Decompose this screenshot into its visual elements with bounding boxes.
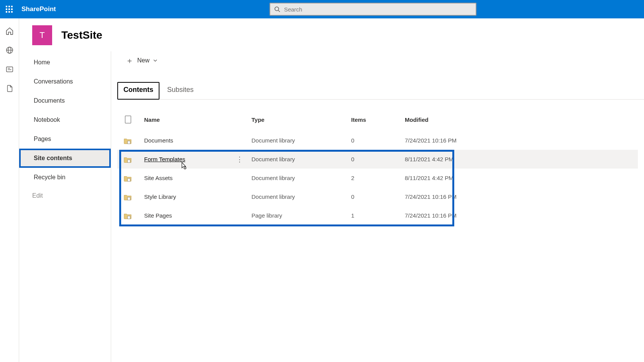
- col-type[interactable]: Type: [251, 116, 351, 123]
- chevron-down-icon: [153, 59, 157, 62]
- site-logo[interactable]: T: [32, 25, 52, 45]
- suite-header: SharePoint: [0, 0, 644, 18]
- tab-row: Contents Subsites: [117, 82, 644, 100]
- app-rail: [0, 18, 19, 362]
- row-modified: 7/24/2021 10:16 PM: [405, 137, 512, 144]
- nav-conversations[interactable]: Conversations: [19, 72, 111, 91]
- contents-table: Name Type Items Modified Documents Docum…: [117, 110, 638, 225]
- side-nav: Home Conversations Documents Notebook Pa…: [19, 51, 111, 362]
- new-button[interactable]: ＋ New: [123, 55, 159, 66]
- page-icon: [125, 116, 131, 123]
- col-modified[interactable]: Modified: [405, 116, 512, 123]
- nav-recycle-bin[interactable]: Recycle bin: [19, 168, 111, 187]
- globe-icon[interactable]: [5, 46, 14, 54]
- col-name[interactable]: Name: [144, 116, 251, 123]
- nav-home[interactable]: Home: [19, 53, 111, 72]
- library-icon: [123, 137, 132, 144]
- brand-label[interactable]: SharePoint: [21, 5, 56, 13]
- site-title: TestSite: [61, 29, 102, 41]
- svg-point-0: [275, 7, 279, 11]
- search-icon: [274, 6, 280, 12]
- search-input[interactable]: [284, 6, 472, 13]
- svg-rect-8: [128, 141, 130, 144]
- new-label: New: [137, 57, 150, 64]
- table-row[interactable]: Documents Document library 0 7/24/2021 1…: [117, 131, 638, 150]
- row-name[interactable]: Documents: [144, 137, 173, 144]
- site-header: T TestSite: [19, 18, 644, 51]
- waffle-icon: [6, 6, 13, 13]
- search-box[interactable]: [269, 3, 476, 16]
- row-items: 0: [351, 137, 405, 144]
- nav-edit[interactable]: Edit: [19, 187, 111, 205]
- highlight-annotation: [119, 150, 454, 226]
- tab-subsites[interactable]: Subsites: [161, 82, 200, 99]
- nav-notebook[interactable]: Notebook: [19, 110, 111, 129]
- nav-pages[interactable]: Pages: [19, 129, 111, 149]
- files-icon[interactable]: [5, 84, 14, 93]
- command-bar: ＋ New: [111, 51, 644, 70]
- tab-contents[interactable]: Contents: [117, 82, 159, 100]
- news-icon[interactable]: [5, 65, 14, 74]
- home-icon[interactable]: [5, 27, 14, 35]
- app-launcher[interactable]: [0, 0, 18, 18]
- col-items[interactable]: Items: [351, 116, 405, 123]
- svg-rect-5: [6, 67, 13, 72]
- row-type: Document library: [251, 137, 351, 144]
- plus-icon: ＋: [126, 57, 133, 64]
- nav-documents[interactable]: Documents: [19, 91, 111, 110]
- svg-line-1: [278, 10, 280, 12]
- nav-site-contents[interactable]: Site contents: [19, 149, 111, 168]
